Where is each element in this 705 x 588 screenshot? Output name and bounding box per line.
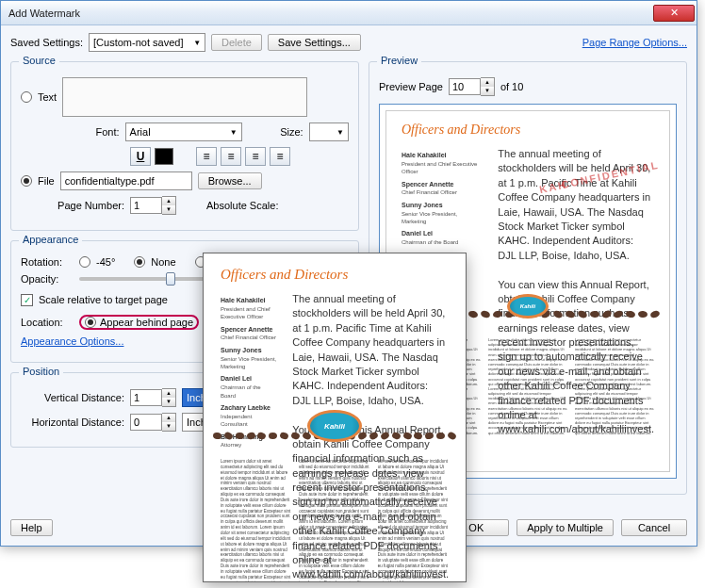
floating-document-preview: Officers and Directors Hale KahakileiPre… — [203, 253, 467, 582]
step-down-icon[interactable]: ▼ — [162, 398, 175, 406]
font-color-swatch[interactable] — [155, 148, 173, 165]
titlebar: Add Watermark ✕ — [1, 1, 697, 25]
rotation-label: Rotation: — [21, 256, 74, 268]
close-button[interactable]: ✕ — [653, 5, 695, 22]
opacity-label: Opacity: — [21, 273, 74, 285]
doc-heading: Officers and Directors — [221, 267, 449, 283]
save-settings-button[interactable]: Save Settings... — [268, 34, 361, 51]
vd-stepper[interactable]: ▲▼ — [130, 388, 176, 407]
text-radio[interactable] — [21, 91, 32, 103]
file-radio-label: File — [38, 175, 55, 187]
appearance-options-link[interactable]: Appearance Options... — [21, 335, 123, 347]
align-center-button[interactable]: ≡ — [221, 147, 241, 166]
step-up-icon[interactable]: ▲ — [481, 78, 494, 87]
source-group: Source Text Font: Arial▼ Size: — [10, 61, 359, 231]
page-number-stepper[interactable]: ▲▼ — [130, 196, 176, 215]
file-radio[interactable] — [21, 175, 32, 187]
scale-relative-checkbox[interactable] — [21, 294, 33, 306]
underline-button[interactable]: U — [130, 147, 151, 166]
saved-settings-select[interactable]: [Custom-not saved] ▼ — [89, 33, 205, 52]
preview-legend: Preview — [377, 55, 421, 66]
apply-multiple-button[interactable]: Apply to Multiple — [516, 519, 614, 536]
appear-behind-label: Appear behind page — [100, 317, 193, 328]
preview-page-stepper[interactable]: ▲▼ — [449, 77, 495, 96]
rot-neg45-radio[interactable] — [79, 256, 90, 268]
page-range-options-link[interactable]: Page Range Options... — [582, 37, 687, 48]
appearance-legend: Appearance — [19, 234, 82, 245]
step-up-icon[interactable]: ▲ — [162, 414, 175, 422]
rot-none-radio[interactable] — [134, 256, 145, 268]
vd-label: Vertical Distance: — [21, 392, 124, 403]
absolute-scale-label: Absolute Scale: — [206, 200, 278, 211]
step-down-icon[interactable]: ▼ — [162, 422, 175, 431]
chevron-down-icon: ▼ — [230, 128, 238, 137]
step-down-icon[interactable]: ▼ — [162, 205, 175, 214]
step-up-icon[interactable]: ▲ — [162, 389, 175, 398]
window-title: Add Watermark — [8, 8, 653, 19]
text-radio-label: Text — [38, 91, 57, 103]
file-path-input[interactable] — [60, 172, 192, 190]
preview-page-label: Preview Page — [379, 81, 443, 92]
brand-logo: Kahili — [507, 294, 549, 318]
brand-logo: Kahili — [307, 410, 362, 442]
close-icon: ✕ — [670, 7, 679, 19]
hd-label: Horizontal Distance: — [21, 416, 124, 428]
browse-button[interactable]: Browse... — [198, 172, 262, 189]
delete-button[interactable]: Delete — [211, 34, 262, 51]
font-label: Font: — [21, 126, 120, 138]
slider-thumb[interactable] — [166, 272, 175, 286]
page-number-label: Page Number: — [21, 200, 124, 211]
preview-of-label: of 10 — [500, 81, 523, 92]
step-down-icon[interactable]: ▼ — [481, 87, 494, 95]
size-label: Size: — [280, 126, 303, 138]
position-legend: Position — [19, 366, 63, 377]
chevron-down-icon: ▼ — [336, 128, 344, 137]
opacity-slider[interactable] — [79, 277, 211, 281]
chevron-down-icon: ▼ — [193, 39, 201, 47]
help-button[interactable]: Help — [10, 519, 53, 536]
saved-settings-label: Saved Settings: — [10, 37, 83, 48]
align-left-button[interactable]: ≡ — [196, 147, 217, 166]
align-right-button[interactable]: ≡ — [245, 147, 266, 166]
source-legend: Source — [19, 55, 59, 66]
size-select[interactable]: ▼ — [309, 122, 349, 141]
doc-heading: Officers and Directors — [402, 122, 654, 138]
cancel-button[interactable]: Cancel — [621, 519, 687, 536]
appear-behind-radio[interactable] — [85, 317, 96, 328]
watermark-text-input[interactable] — [62, 77, 307, 117]
scale-relative-label: Scale relative to target page — [39, 294, 168, 305]
step-up-icon[interactable]: ▲ — [162, 197, 175, 205]
hd-stepper[interactable]: ▲▼ — [130, 413, 176, 432]
align-justify-button[interactable]: ≡ — [270, 147, 290, 166]
location-label: Location: — [21, 317, 74, 328]
font-select[interactable]: Arial▼ — [125, 122, 242, 141]
